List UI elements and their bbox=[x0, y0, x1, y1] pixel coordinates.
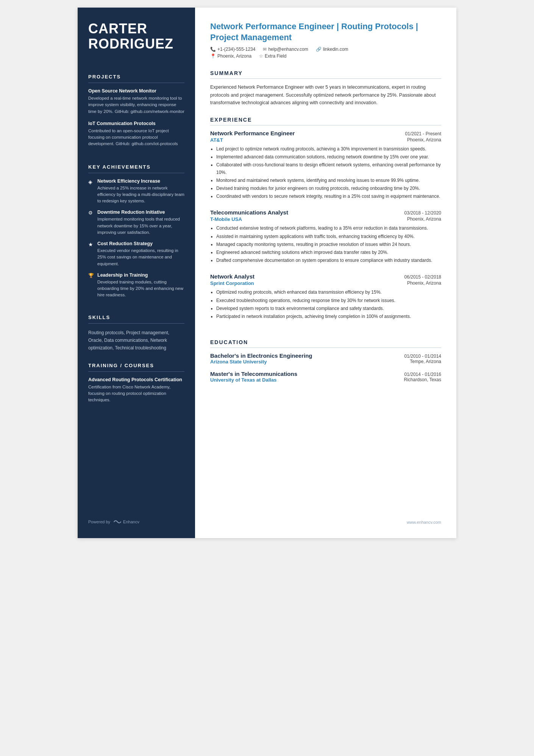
linkedin-icon: 🔗 bbox=[316, 47, 322, 52]
exp-block-2: Telecommunications Analyst 03/2018 - 12/… bbox=[210, 209, 441, 265]
contact-row-2: 📍 Phoenix, Arizona ☆ Extra Field bbox=[210, 53, 441, 59]
exp-1-bullet-3: Collaborated with cross-functional teams… bbox=[216, 161, 441, 176]
exp-3-company-row: Sprint Corporation Phoenix, Arizona bbox=[210, 280, 441, 286]
exp-1-title: Network Performance Engineer bbox=[210, 130, 295, 136]
project-2-title: IoT Communication Protocols bbox=[88, 121, 184, 126]
training-divider bbox=[88, 371, 184, 372]
contact-phone: 📞 +1-(234)-555-1234 bbox=[210, 47, 255, 52]
exp-1-bullet-2: Implemented advanced data communication … bbox=[216, 153, 441, 161]
project-item-2: IoT Communication Protocols Contributed … bbox=[88, 121, 184, 147]
exp-2-dates: 03/2018 - 12/2020 bbox=[404, 210, 441, 216]
summary-text: Experienced Network Performance Engineer… bbox=[210, 83, 441, 107]
contact-linkedin: 🔗 linkedin.com bbox=[316, 47, 348, 52]
contact-location: 📍 Phoenix, Arizona bbox=[210, 53, 251, 59]
skills-divider bbox=[88, 323, 184, 324]
email-icon: ✉ bbox=[263, 47, 267, 52]
powered-by-label: Powered by bbox=[88, 520, 110, 524]
edu-block-1: Bachelor's in Electronics Engineering 01… bbox=[210, 352, 441, 365]
location-icon: 📍 bbox=[210, 53, 216, 59]
contact-row: 📞 +1-(234)-555-1234 ✉ help@enhancv.com 🔗… bbox=[210, 47, 441, 52]
exp-3-location: Phoenix, Arizona bbox=[407, 280, 441, 286]
edu-1-dates: 01/2010 - 01/2014 bbox=[404, 354, 441, 359]
extra-icon: ☆ bbox=[259, 53, 263, 59]
projects-section-title: PROJECTS bbox=[88, 74, 184, 80]
achievement-1-desc: Achieved a 25% increase in network effic… bbox=[97, 185, 184, 205]
achievement-1-title: Network Efficiency Increase bbox=[97, 178, 184, 184]
achievements-divider bbox=[88, 173, 184, 173]
achievement-2-title: Downtime Reduction Initiative bbox=[97, 210, 184, 215]
exp-2-bullet-1: Conducted extensive testing of network p… bbox=[216, 225, 441, 232]
exp-3-dates: 06/2015 - 02/2018 bbox=[404, 274, 441, 280]
edu-2-dates: 01/2014 - 01/2016 bbox=[404, 372, 441, 377]
enhancv-logo: Enhancv bbox=[113, 519, 139, 524]
sidebar: CARTER RODRIGUEZ PROJECTS Open Source Ne… bbox=[78, 8, 195, 538]
achievement-2-icon: ⚙ bbox=[88, 210, 94, 236]
edu-2-header: Master's in Telecommunications 01/2014 -… bbox=[210, 371, 441, 377]
training-1-title: Advanced Routing Protocols Certification bbox=[88, 377, 184, 382]
exp-3-bullets: Optimized routing protocols, which enhan… bbox=[210, 289, 441, 320]
project-1-desc: Developed a real-time network monitoring… bbox=[88, 95, 184, 115]
achievement-2-desc: Implemented monitoring tools that reduce… bbox=[97, 216, 184, 236]
exp-2-title: Telecommunications Analyst bbox=[210, 209, 288, 216]
exp-3-bullet-2: Executed troubleshooting operations, red… bbox=[216, 297, 441, 304]
achievements-section-title: KEY ACHIEVEMENTS bbox=[88, 164, 184, 170]
summary-divider bbox=[210, 78, 441, 79]
skills-text: Routing protocols, Project management, O… bbox=[88, 329, 184, 352]
candidate-name: CARTER RODRIGUEZ bbox=[88, 21, 184, 51]
exp-2-bullet-4: Engineered advanced switching solutions … bbox=[216, 249, 441, 256]
skills-section-title: SKILLS bbox=[88, 315, 184, 320]
training-section-title: TRAINING / COURSES bbox=[88, 363, 184, 368]
project-2-desc: Contributed to an open-source IoT projec… bbox=[88, 128, 184, 147]
exp-1-location: Phoenix, Arizona bbox=[407, 137, 441, 143]
achievement-item-4: 🏆 Leadership in Training Developed train… bbox=[88, 272, 184, 299]
exp-3-header: Network Analyst 06/2015 - 02/2018 bbox=[210, 273, 441, 280]
achievement-1-icon: ◈ bbox=[88, 179, 94, 205]
project-item-1: Open Source Network Monitor Developed a … bbox=[88, 88, 184, 115]
achievement-item-2: ⚙ Downtime Reduction Initiative Implemen… bbox=[88, 210, 184, 236]
website-url: www.enhancv.com bbox=[407, 520, 441, 524]
exp-block-3: Network Analyst 06/2015 - 02/2018 Sprint… bbox=[210, 273, 441, 321]
exp-2-bullet-5: Drafted comprehensive documentation on s… bbox=[216, 257, 441, 264]
edu-2-location: Richardson, Texas bbox=[404, 377, 442, 383]
enhancv-brand: Enhancv bbox=[123, 520, 139, 524]
edu-1-school: Arizona State University bbox=[210, 359, 267, 365]
training-item-1: Advanced Routing Protocols Certification… bbox=[88, 377, 184, 404]
achievement-item-3: ★ Cost Reduction Strategy Executed vendo… bbox=[88, 241, 184, 267]
exp-3-company: Sprint Corporation bbox=[210, 280, 254, 286]
phone-icon: 📞 bbox=[210, 47, 216, 52]
exp-1-bullets: Led project to optimize network routing … bbox=[210, 146, 441, 200]
exp-1-header: Network Performance Engineer 01/2021 - P… bbox=[210, 130, 441, 136]
edu-1-school-row: Arizona State University Tempe, Arizona bbox=[210, 359, 441, 365]
exp-3-bullet-3: Developed system reports to track enviro… bbox=[216, 305, 441, 312]
exp-2-company: T-Mobile USA bbox=[210, 216, 242, 222]
exp-3-bullet-4: Participated in network installation pro… bbox=[216, 313, 441, 320]
main-footer: www.enhancv.com bbox=[210, 512, 441, 524]
contact-email: ✉ help@enhancv.com bbox=[263, 47, 308, 52]
achievement-3-icon: ★ bbox=[88, 241, 94, 267]
exp-3-title: Network Analyst bbox=[210, 273, 255, 280]
main-header: Network Performance Engineer | Routing P… bbox=[210, 21, 441, 60]
exp-2-bullet-2: Assisted in maintaining system applicati… bbox=[216, 233, 441, 240]
edu-1-degree: Bachelor's in Electronics Engineering bbox=[210, 352, 312, 359]
education-divider bbox=[210, 347, 441, 348]
achievement-4-title: Leadership in Training bbox=[97, 272, 184, 278]
projects-divider bbox=[88, 83, 184, 83]
achievement-4-icon: 🏆 bbox=[88, 273, 94, 299]
edu-block-2: Master's in Telecommunications 01/2014 -… bbox=[210, 371, 441, 383]
exp-3-bullet-1: Optimized routing protocols, which enhan… bbox=[216, 289, 441, 296]
edu-2-degree: Master's in Telecommunications bbox=[210, 371, 297, 377]
project-1-title: Open Source Network Monitor bbox=[88, 88, 184, 94]
edu-2-school-row: University of Texas at Dallas Richardson… bbox=[210, 377, 441, 383]
achievement-3-title: Cost Reduction Strategy bbox=[97, 241, 184, 246]
exp-2-bullets: Conducted extensive testing of network p… bbox=[210, 225, 441, 264]
sidebar-footer: Powered by Enhancv bbox=[88, 508, 184, 524]
exp-2-location: Phoenix, Arizona bbox=[407, 216, 441, 222]
exp-block-1: Network Performance Engineer 01/2021 - P… bbox=[210, 130, 441, 201]
education-section-title: EDUCATION bbox=[210, 339, 441, 345]
edu-2-school: University of Texas at Dallas bbox=[210, 377, 276, 383]
enhancv-logo-svg bbox=[113, 519, 122, 524]
contact-extra: ☆ Extra Field bbox=[259, 53, 286, 59]
exp-1-bullet-4: Monitored and maintained network systems… bbox=[216, 177, 441, 184]
main-content: Network Performance Engineer | Routing P… bbox=[195, 8, 456, 538]
achievement-4-desc: Developed training modules, cutting onbo… bbox=[97, 279, 184, 299]
